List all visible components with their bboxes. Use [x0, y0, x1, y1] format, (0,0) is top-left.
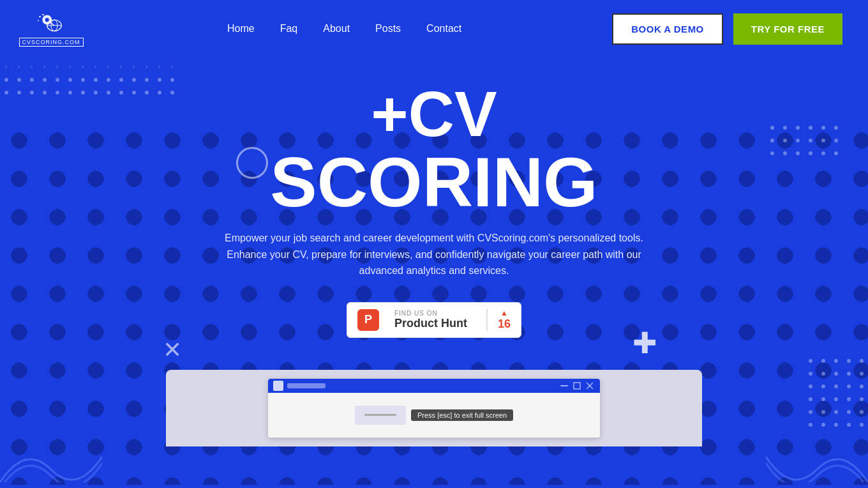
svg-point-23 — [4, 78, 8, 82]
svg-text:›: › — [5, 63, 7, 70]
logo-box: CVSCORING.COM — [26, 8, 77, 50]
preview-window: Press [esc] to exit full screen — [268, 379, 600, 438]
svg-point-70 — [821, 359, 825, 363]
svg-text:›: › — [107, 63, 109, 70]
svg-point-77 — [847, 372, 851, 376]
svg-text:›: › — [146, 63, 147, 70]
nav-contact[interactable]: Contact — [426, 23, 461, 34]
svg-point-88 — [860, 397, 864, 401]
nav-faq[interactable]: Faq — [280, 23, 298, 34]
ph-count-section: ▲ 16 — [487, 309, 521, 331]
hero-content: +CV SCORING Empower your job search and … — [26, 77, 842, 338]
svg-point-98 — [860, 423, 864, 427]
preview-titlebar — [268, 379, 600, 393]
ph-text-section: FIND US ON Product Hunt — [385, 310, 476, 330]
svg-text:›: › — [43, 63, 45, 70]
ph-find-label: FIND US ON — [394, 310, 438, 317]
svg-text:›: › — [82, 63, 84, 70]
preview-container: Press [esc] to exit full screen — [26, 370, 842, 446]
svg-point-83 — [860, 385, 864, 388]
product-hunt-badge[interactable]: P FIND US ON Product Hunt ▲ 16 — [347, 302, 521, 338]
try-free-button[interactable]: TRY FOR FREE — [733, 13, 842, 45]
ph-upvote-arrow: ▲ — [500, 309, 508, 317]
book-demo-button[interactable]: BOOK A DEMO — [612, 13, 723, 45]
ph-name: Product Hunt — [394, 317, 467, 330]
svg-text:›: › — [31, 63, 33, 70]
svg-text:›: › — [56, 63, 58, 70]
svg-point-97 — [847, 423, 851, 427]
logo[interactable]: CVSCORING.COM — [26, 8, 77, 50]
logo-text: CVSCORING.COM — [19, 38, 84, 47]
svg-point-93 — [860, 410, 864, 414]
svg-point-82 — [847, 385, 851, 388]
hero-subtitle: Empower your job search and career devel… — [211, 230, 657, 279]
svg-text:›: › — [171, 63, 173, 70]
svg-point-38 — [17, 91, 21, 95]
svg-point-8 — [38, 20, 39, 21]
ph-logo-section: P FIND US ON Product Hunt — [347, 309, 487, 331]
ph-logo-circle: P — [357, 309, 379, 331]
press-esc-banner: Press [esc] to exit full screen — [411, 409, 513, 421]
svg-text:›: › — [69, 63, 71, 70]
hero-title: +CV SCORING — [26, 77, 842, 217]
preview-section: Press [esc] to exit full screen — [166, 370, 702, 446]
svg-text:›: › — [158, 63, 160, 70]
svg-point-72 — [847, 359, 851, 363]
svg-point-3 — [45, 18, 49, 22]
svg-point-78 — [860, 372, 864, 376]
svg-point-7 — [42, 14, 44, 16]
svg-point-24 — [17, 78, 21, 82]
hero-title-prefix: +CV — [371, 78, 497, 149]
ph-count: 16 — [498, 317, 511, 331]
svg-point-87 — [847, 397, 851, 401]
svg-text:›: › — [18, 63, 20, 70]
svg-point-71 — [834, 359, 838, 363]
hero-title-main: SCORING — [270, 142, 597, 221]
svg-point-6 — [39, 16, 41, 18]
nav-links: Home Faq About Posts Contact — [227, 23, 461, 34]
svg-point-92 — [847, 410, 851, 414]
nav-about[interactable]: About — [323, 23, 350, 34]
nav-home[interactable]: Home — [227, 23, 255, 34]
svg-text:›: › — [133, 63, 135, 70]
svg-point-69 — [809, 359, 812, 363]
nav-posts[interactable]: Posts — [375, 23, 401, 34]
hero-section: › › › › › › › › › › › › › › — [0, 57, 868, 485]
svg-rect-99 — [560, 385, 568, 386]
svg-point-37 — [4, 91, 8, 95]
nav-buttons: BOOK A DEMO TRY FOR FREE — [612, 13, 842, 45]
svg-text:›: › — [94, 63, 96, 70]
svg-rect-100 — [574, 383, 580, 389]
svg-point-73 — [860, 359, 864, 363]
svg-text:›: › — [120, 63, 122, 70]
preview-body: Press [esc] to exit full screen — [268, 393, 600, 438]
navbar: CVSCORING.COM Home Faq About Posts Conta… — [0, 0, 868, 57]
decorative-plus-left: ✕ — [163, 339, 182, 362]
logo-icon — [35, 11, 67, 36]
